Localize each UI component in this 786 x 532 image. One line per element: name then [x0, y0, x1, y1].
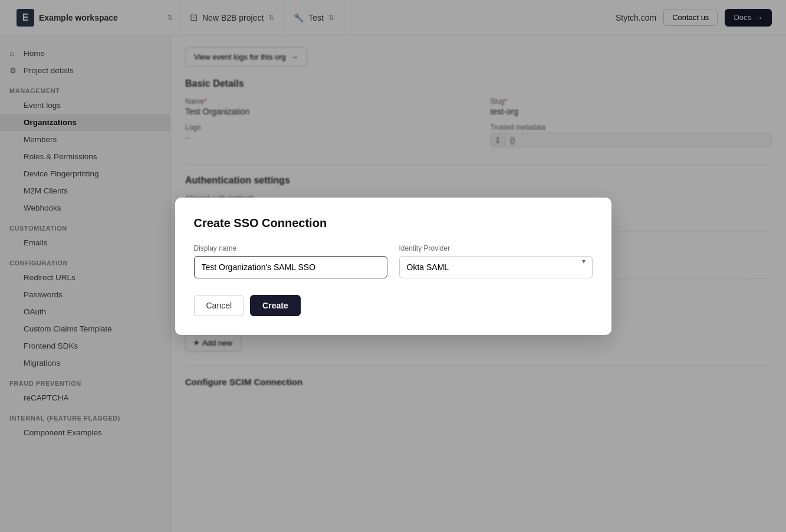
identity-provider-select[interactable]: Okta SAML Azure SAML Google SAML Generic… [399, 256, 593, 278]
create-button[interactable]: Create [250, 295, 301, 316]
modal-fields: Display name Identity Provider Okta SAML… [194, 244, 593, 278]
cancel-button[interactable]: Cancel [194, 295, 245, 316]
modal-overlay: Create SSO Connection Display name Ident… [0, 0, 786, 532]
identity-provider-label: Identity Provider [399, 244, 593, 252]
create-sso-connection-modal: Create SSO Connection Display name Ident… [175, 198, 611, 335]
display-name-field: Display name [194, 244, 387, 278]
display-name-label: Display name [194, 244, 387, 252]
display-name-input[interactable] [194, 256, 387, 278]
modal-actions: Cancel Create [194, 295, 593, 316]
identity-provider-field: Identity Provider Okta SAML Azure SAML G… [399, 244, 593, 278]
modal-title: Create SSO Connection [194, 216, 593, 230]
